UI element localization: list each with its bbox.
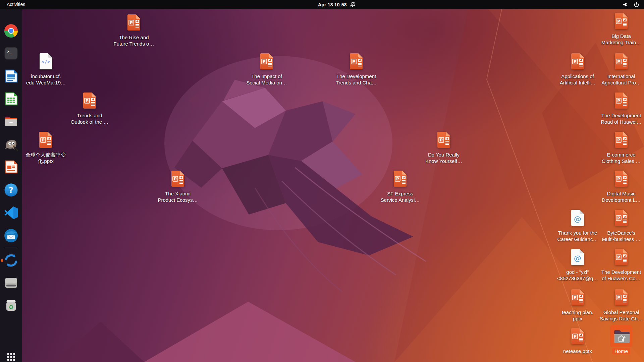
desktop-icon-god-yzl-mail[interactable]: god - "yzl"<852736397@q…: [552, 248, 603, 282]
ppt-file-icon: [612, 288, 631, 307]
ppt-file-icon: [347, 52, 366, 71]
dock-item-vscode[interactable]: [3, 205, 19, 221]
desktop-icon-sf-express[interactable]: SF ExpressService Analysi…: [375, 169, 425, 203]
desktop-icon-development-trends-cha[interactable]: The DevelopmentTrends and Cha…: [331, 52, 381, 86]
ppt-file-icon: [434, 130, 453, 149]
desktop-icon-impact-social-media[interactable]: The Impact ofSocial Media on…: [241, 52, 292, 86]
dock-item-trash[interactable]: ♻: [3, 297, 19, 313]
desktop-icon-do-you-really-know[interactable]: Do You ReallyKnow Yourself…: [419, 130, 469, 164]
desktop-icon-label: 全球个人储蓄率变化.pptx: [20, 152, 71, 164]
system-status-area[interactable]: [623, 0, 639, 9]
desktop-icon-label: InternationalAgricultural Pro…: [596, 73, 644, 86]
volume-icon: [623, 2, 628, 7]
ppt-file-icon: [80, 91, 99, 110]
top-bar: Activities Apr 18 10:58: [0, 0, 644, 9]
thunderbird-mail-icon: [3, 228, 19, 244]
desktop-icons-layer: The Rise andFuture Trends o…Big DataMark…: [0, 0, 644, 362]
dock: >_: [0, 9, 22, 362]
gimp-wilber-icon: [3, 136, 19, 152]
desktop-icon-label: E-commerceClothing Sales …: [596, 152, 644, 164]
clock-label: Apr 18 10:58: [318, 2, 347, 7]
html-file-icon: [37, 52, 55, 71]
svg-text:>_: >_: [7, 49, 12, 54]
running-indicator-dot: [1, 259, 3, 262]
desktop-icon-label: The DevelopmentTrends and Cha…: [331, 73, 381, 86]
ppt-file-icon: [612, 130, 631, 149]
desktop-icon-label: netease.pptx: [552, 348, 603, 354]
desktop-icon-label: The XiaomiProduct Ecosys…: [153, 190, 203, 203]
chrome-icon: [3, 23, 19, 39]
dock-item-libreoffice-impress[interactable]: [3, 159, 19, 175]
desktop-icon-label: incubator.ucf.edu-WedMar19…: [21, 73, 71, 86]
dock-item-removable-drive[interactable]: [3, 275, 19, 291]
activities-button[interactable]: Activities: [3, 0, 29, 9]
desktop-icon-xiaomi-ecosystem[interactable]: The XiaomiProduct Ecosys…: [153, 169, 203, 203]
desktop-icon-development-road-huawei[interactable]: The DevelopmentRoad of Huawei…: [596, 91, 644, 125]
ppt-file-icon: [257, 52, 276, 71]
mail-file-icon: [568, 208, 587, 227]
ppt-file-icon: [568, 52, 587, 71]
desktop-icon-label: Do You ReallyKnow Yourself…: [419, 152, 469, 164]
ubuntu-desktop-screen: P @ </>: [0, 0, 644, 362]
dock-item-chrome[interactable]: [3, 23, 19, 39]
dock-item-show-applications[interactable]: [3, 349, 19, 362]
impress-presentation-icon: [3, 159, 19, 175]
dock-item-software-updater[interactable]: [3, 252, 19, 268]
desktop-icon-rise-future-trends[interactable]: The Rise andFuture Trends o…: [109, 13, 159, 47]
desktop-icon-label: Big DataMarketing Train…: [596, 33, 644, 46]
desktop-icon-label: Home: [596, 348, 644, 354]
desktop-icon-ecommerce-clothing[interactable]: E-commerceClothing Sales …: [596, 130, 644, 164]
mail-file-icon: [568, 248, 587, 266]
home-file-icon: [612, 327, 631, 346]
desktop-icon-digital-music[interactable]: Digital MusicDevelopment L…: [596, 169, 644, 203]
dock-item-gimp[interactable]: [3, 136, 19, 152]
desktop-icon-bytedance-multibusiness[interactable]: ByteDance'sMulti-business …: [596, 208, 644, 242]
desktop-icon-label: teaching plan.pptx: [552, 309, 603, 322]
desktop-icon-trends-outlook[interactable]: Trends andOutlook of the …: [64, 91, 115, 125]
desktop-icon-label: The Impact ofSocial Media on…: [241, 73, 292, 86]
dock-divider: [5, 247, 17, 247]
trash-recycle-icon: ♻: [3, 297, 19, 313]
dock-item-help[interactable]: ?: [3, 182, 19, 198]
desktop-icon-label: Thank you for theCareer Guidanc…: [552, 230, 603, 242]
desktop-icon-development-huawei-co[interactable]: The Developmentof Huawei's Co…: [596, 248, 644, 282]
vscode-icon: [3, 205, 19, 221]
desktop-icon-label: The Rise andFuture Trends o…: [109, 34, 159, 47]
dock-item-libreoffice-writer[interactable]: [3, 68, 19, 84]
ppt-file-icon: [36, 130, 55, 149]
ppt-file-icon: [612, 12, 631, 31]
drive-icon: [3, 275, 19, 291]
dock-item-terminal[interactable]: >_: [3, 45, 19, 61]
desktop-icon-global-savings-cn[interactable]: 全球个人储蓄率变化.pptx: [20, 130, 71, 164]
desktop-icon-label: Global PersonalSavings Rate Ch…: [596, 309, 644, 322]
dock-item-thunderbird[interactable]: [3, 228, 19, 244]
ppt-file-icon: [568, 288, 587, 307]
desktop-icon-netease[interactable]: netease.pptx: [552, 327, 603, 354]
desktop-icon-applications-ai[interactable]: Applications ofArtificial Intelli…: [552, 52, 603, 86]
ppt-file-icon: [612, 248, 631, 266]
bell-slash-icon: [350, 2, 356, 7]
desktop-icon-thank-you-career[interactable]: Thank you for theCareer Guidanc…: [552, 208, 603, 242]
desktop-icon-home[interactable]: Home: [596, 327, 644, 354]
desktop-icon-label: Trends andOutlook of the …: [64, 112, 115, 125]
dock-item-libreoffice-calc[interactable]: [3, 91, 19, 107]
dock-item-files[interactable]: [3, 113, 19, 129]
desktop-icon-label: ByteDance'sMulti-business …: [596, 230, 644, 242]
desktop-icon-big-data-marketing[interactable]: Big DataMarketing Train…: [596, 12, 644, 46]
svg-text:♻: ♻: [8, 304, 13, 310]
desktop-icon-label: Digital MusicDevelopment L…: [596, 190, 644, 203]
desktop-icon-teaching-plan[interactable]: teaching plan.pptx: [552, 288, 603, 322]
ppt-file-icon: [568, 327, 587, 346]
ppt-file-icon: [612, 169, 631, 188]
ppt-file-icon: [391, 169, 410, 188]
ppt-file-icon: [612, 91, 631, 110]
desktop-icon-label: The Developmentof Huawei's Co…: [596, 269, 644, 282]
desktop-icon-global-personal-savings[interactable]: Global PersonalSavings Rate Ch…: [596, 288, 644, 322]
desktop-icon-incubator-html[interactable]: incubator.ucf.edu-WedMar19…: [21, 52, 71, 86]
power-icon: [634, 2, 639, 7]
ppt-file-icon: [612, 208, 631, 227]
desktop-icon-international-agricultural[interactable]: InternationalAgricultural Pro…: [596, 52, 644, 86]
desktop-icon-label: SF ExpressService Analysi…: [375, 190, 425, 203]
update-arrows-icon: [3, 252, 19, 268]
clock-button[interactable]: Apr 18 10:58: [318, 0, 356, 9]
